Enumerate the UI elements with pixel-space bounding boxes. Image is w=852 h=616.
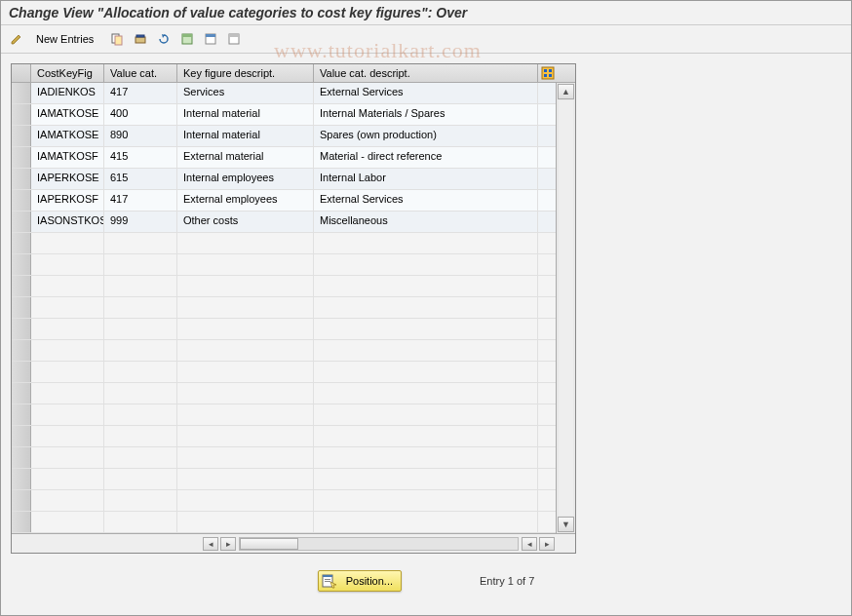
cell-empty[interactable] [31, 469, 104, 489]
table-row-empty[interactable] [12, 254, 556, 276]
table-row[interactable]: IAMATKOSF415External materialMaterial - … [12, 147, 556, 169]
cell-empty[interactable] [31, 404, 104, 425]
hscroll-first-icon[interactable]: ◂ [203, 537, 218, 551]
cell-empty[interactable] [104, 254, 177, 275]
cell-empty[interactable] [104, 490, 177, 511]
cell-empty[interactable] [31, 447, 104, 468]
table-row-empty[interactable] [12, 340, 556, 362]
cell-empty[interactable] [31, 340, 104, 361]
cell-empty[interactable] [31, 362, 104, 382]
cell-empty[interactable] [104, 404, 177, 425]
table-row-empty[interactable] [12, 233, 556, 254]
undo-icon[interactable] [154, 29, 174, 49]
cell-valuecat[interactable]: 890 [104, 126, 177, 146]
table-row-empty[interactable] [12, 276, 556, 297]
cell-empty[interactable] [104, 447, 177, 468]
row-handle[interactable] [12, 383, 31, 404]
table-row-empty[interactable] [12, 469, 556, 490]
row-handle[interactable] [12, 297, 31, 318]
cell-costkeyfig[interactable]: IAMATKOSF [31, 147, 104, 168]
row-handle[interactable] [12, 447, 31, 468]
row-handle[interactable] [12, 212, 31, 232]
delete-icon[interactable] [131, 29, 150, 49]
cell-empty[interactable] [104, 233, 177, 253]
toggle-edit-icon[interactable] [7, 29, 26, 49]
cell-empty[interactable] [31, 512, 104, 532]
table-row[interactable]: IAMATKOSE890Internal materialSpares (own… [12, 126, 556, 147]
cell-empty[interactable] [31, 254, 104, 275]
cell-empty[interactable] [104, 297, 177, 318]
row-handle[interactable] [12, 490, 31, 511]
cell-empty[interactable] [104, 276, 177, 296]
hscroll-thumb[interactable] [240, 538, 298, 550]
cell-valuecat[interactable]: 415 [104, 147, 177, 168]
table-row[interactable]: IASONSTKOS999Other costsMiscellaneous [12, 212, 556, 233]
row-handle[interactable] [12, 512, 31, 532]
hscroll-last-icon[interactable]: ▸ [539, 537, 555, 551]
table-row-empty[interactable] [12, 447, 556, 469]
copy-as-icon[interactable] [107, 29, 127, 49]
row-handle[interactable] [12, 169, 31, 189]
row-handle[interactable] [12, 190, 31, 211]
vertical-scrollbar[interactable]: ▲ ▼ [556, 83, 575, 533]
table-row-empty[interactable] [12, 426, 556, 447]
cell-empty[interactable] [104, 362, 177, 382]
cell-empty[interactable] [104, 383, 177, 404]
position-button[interactable]: Position... [318, 570, 402, 592]
table-row[interactable]: IAMATKOSE400Internal materialInternal Ma… [12, 104, 556, 126]
hscroll-right-icon[interactable]: ◂ [522, 537, 537, 551]
select-all-icon[interactable] [177, 29, 197, 49]
scroll-down-icon[interactable]: ▼ [558, 517, 574, 532]
col-header-valuecat[interactable]: Value cat. [104, 64, 177, 82]
table-row[interactable]: IAPERKOSF417External employeesExternal S… [12, 190, 556, 212]
cell-empty[interactable] [31, 297, 104, 318]
row-handle[interactable] [12, 426, 31, 446]
cell-costkeyfig[interactable]: IADIENKOS [31, 83, 104, 103]
new-entries-button[interactable]: New Entries [30, 33, 99, 45]
table-row-empty[interactable] [12, 404, 556, 426]
row-handle[interactable] [12, 126, 31, 146]
row-handle[interactable] [12, 276, 31, 296]
deselect-all-icon[interactable] [224, 29, 244, 49]
cell-empty[interactable] [104, 426, 177, 446]
cell-valuecat[interactable]: 999 [104, 212, 177, 232]
cell-empty[interactable] [104, 512, 177, 532]
row-handle[interactable] [12, 469, 31, 489]
row-handle[interactable] [12, 254, 31, 275]
table-row[interactable]: IAPERKOSE615Internal employeesInternal L… [12, 169, 556, 190]
col-header-valuecatdesc[interactable]: Value cat. descript. [314, 64, 538, 82]
table-row[interactable]: IADIENKOS417ServicesExternal Services [12, 83, 556, 104]
cell-empty[interactable] [31, 276, 104, 296]
table-row-empty[interactable] [12, 383, 556, 404]
table-row-empty[interactable] [12, 512, 556, 533]
table-row-empty[interactable] [12, 319, 556, 340]
row-handle[interactable] [12, 104, 31, 125]
scroll-up-icon[interactable]: ▲ [558, 84, 574, 99]
cell-empty[interactable] [104, 319, 177, 339]
row-handle[interactable] [12, 233, 31, 253]
cell-valuecat[interactable]: 400 [104, 104, 177, 125]
row-handle[interactable] [12, 362, 31, 382]
table-row-empty[interactable] [12, 297, 556, 319]
col-header-costkeyfig[interactable]: CostKeyFig [31, 64, 104, 82]
cell-valuecat[interactable]: 417 [104, 83, 177, 103]
table-row-empty[interactable] [12, 362, 556, 383]
row-handle[interactable] [12, 340, 31, 361]
cell-empty[interactable] [31, 426, 104, 446]
table-row-empty[interactable] [12, 490, 556, 512]
cell-costkeyfig[interactable]: IAMATKOSE [31, 126, 104, 146]
horizontal-scrollbar[interactable]: ◂ ▸ ◂ ▸ [12, 533, 575, 553]
cell-costkeyfig[interactable]: IAPERKOSF [31, 190, 104, 211]
cell-valuecat[interactable]: 417 [104, 190, 177, 211]
cell-empty[interactable] [31, 383, 104, 404]
select-block-icon[interactable] [201, 29, 220, 49]
row-handle[interactable] [12, 319, 31, 339]
cell-empty[interactable] [31, 490, 104, 511]
cell-costkeyfig[interactable]: IASONSTKOS [31, 212, 104, 232]
table-settings-icon[interactable] [538, 64, 558, 82]
col-header-keyfigdesc[interactable]: Key figure descript. [177, 64, 314, 82]
cell-valuecat[interactable]: 615 [104, 169, 177, 189]
hscroll-left-icon[interactable]: ▸ [220, 537, 236, 551]
cell-empty[interactable] [104, 469, 177, 489]
row-handle[interactable] [12, 147, 31, 168]
